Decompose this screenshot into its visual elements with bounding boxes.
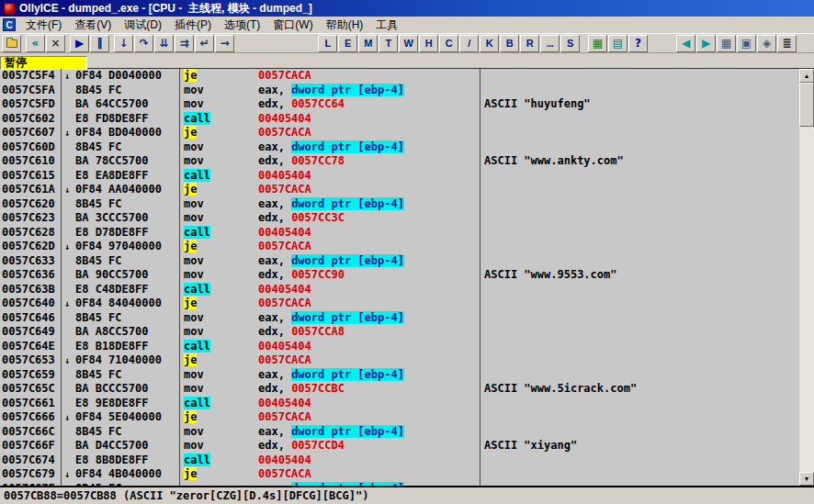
log-list-button[interactable]: ≣ xyxy=(777,35,797,52)
disasm-row[interactable]: 0057C607↓0F84 BD040000je0057CACA xyxy=(0,126,799,140)
disasm-row[interactable]: 0057C610BA 78CC5700movedx, 0057CC78ASCII… xyxy=(0,154,799,169)
animate-into-button[interactable]: ⇊ xyxy=(154,35,174,52)
disasm-row[interactable]: 0057C67F8B45 FCmoveax, dword ptr [ebp-4] xyxy=(0,482,799,487)
disasm-row[interactable]: 0057C5FDBA 64CC5700movedx, 0057CC64ASCII… xyxy=(0,97,799,112)
comment-cell xyxy=(480,126,799,140)
address-cell: 0057C628 xyxy=(0,226,62,241)
run-status-badge: 暂停 xyxy=(0,56,87,70)
disasm-row[interactable]: 0057C674E8 8B8DE8FFcall00405404 xyxy=(0,454,799,468)
view-breakpoints-button[interactable]: B xyxy=(500,35,519,52)
menu-tools[interactable]: 工具 xyxy=(369,17,404,34)
help-button[interactable]: ? xyxy=(628,35,648,52)
disasm-row[interactable]: 0057C5F4↓0F84 D0040000je0057CACA xyxy=(0,69,799,84)
disasm-row[interactable]: 0057C66C8B45 FCmoveax, dword ptr [ebp-4] xyxy=(0,425,799,440)
titlebar[interactable]: OllyICE - dumped_.exe - [CPU - 主线程, 模块 -… xyxy=(0,0,814,17)
view-runtrace-button[interactable]: ... xyxy=(540,35,560,52)
disasm-row[interactable]: 0057C66FBA D4CC5700movedx, 0057CCD4ASCII… xyxy=(0,439,799,454)
step-into-button[interactable]: ↓ xyxy=(114,35,133,52)
run-to-user-button[interactable]: → xyxy=(215,35,234,52)
menu-window[interactable]: 窗口(W) xyxy=(266,17,319,34)
disasm-row[interactable]: 0057C65CBA BCCC5700movedx, 0057CCBCASCII… xyxy=(0,382,799,397)
instruction-cell: movedx, 0057CC3C xyxy=(180,211,480,226)
scroll-track[interactable] xyxy=(799,127,814,472)
bytes-cell: BA 90CC5700 xyxy=(73,268,180,283)
disasm-row[interactable]: 0057C602E8 FD8DE8FFcall00405404 xyxy=(0,112,799,127)
scroll-up-button[interactable]: ▲ xyxy=(799,69,814,83)
disasm-row[interactable]: 0057C653↓0F84 71040000je0057CACA xyxy=(0,353,799,368)
step-over-button[interactable]: ↷ xyxy=(134,35,153,52)
view-references-button[interactable]: R xyxy=(520,35,539,52)
comment-cell xyxy=(480,197,799,212)
disasm-row[interactable]: 0057C615E8 EA8DE8FFcall00405404 xyxy=(0,169,799,184)
view-patches-button[interactable]: / xyxy=(459,35,479,52)
jump-spacer xyxy=(62,368,73,383)
vertical-scrollbar[interactable]: ▲ ▼ xyxy=(799,69,814,486)
disasm-row[interactable]: 0057C661E8 9E8DE8FFcall00405404 xyxy=(0,397,799,411)
view-callstack-button[interactable]: K xyxy=(480,35,499,52)
menu-plugins[interactable]: 插件(P) xyxy=(168,17,218,34)
options-button[interactable]: ▦ xyxy=(588,35,607,52)
mnemonic: call xyxy=(184,112,210,125)
hardware-breakpoints-button[interactable]: ▣ xyxy=(737,35,756,52)
disasm-row[interactable]: 0057C649BA A8CC5700movedx, 0057CCA8 xyxy=(0,325,799,340)
menu-file[interactable]: 文件(F) xyxy=(19,17,68,34)
scroll-thumb[interactable] xyxy=(799,83,814,127)
windows-button[interactable]: ▤ xyxy=(608,35,627,52)
disasm-row[interactable]: 0057C636BA 90CC5700movedx, 0057CC90ASCII… xyxy=(0,268,799,283)
view-log-button[interactable]: L xyxy=(318,35,337,52)
address-cell: 0057C646 xyxy=(0,311,62,326)
menu-help[interactable]: 帮助(H) xyxy=(320,17,370,34)
operand: eax, xyxy=(258,425,291,438)
disasm-row[interactable]: 0057C61A↓0F84 AA040000je0057CACA xyxy=(0,183,799,197)
disasm-row[interactable]: 0057C628E8 D78DE8FFcall00405404 xyxy=(0,226,799,241)
mnemonic: mov xyxy=(184,140,204,153)
disasm-row[interactable]: 0057C63BE8 C48DE8FFcall00405404 xyxy=(0,283,799,297)
back-button[interactable]: ◀ xyxy=(676,35,695,52)
disasm-row[interactable]: 0057C6468B45 FCmoveax, dword ptr [ebp-4] xyxy=(0,311,799,326)
menu-view[interactable]: 查看(V) xyxy=(68,17,118,34)
disasm-row[interactable]: 0057C623BA 3CCC5700movedx, 0057CC3C xyxy=(0,211,799,226)
disasm-row[interactable]: 0057C679↓0F84 4B040000je0057CACA xyxy=(0,467,799,482)
forward-button[interactable]: ▶ xyxy=(696,35,716,52)
scroll-down-button[interactable]: ▼ xyxy=(799,472,814,486)
view-executables-button[interactable]: E xyxy=(338,35,357,52)
disasm-row[interactable]: 0057C666↓0F84 5E040000je0057CACA xyxy=(0,410,799,425)
disasm-row[interactable]: 0057C5FA8B45 FCmoveax, dword ptr [ebp-4] xyxy=(0,84,799,98)
disasm-row[interactable]: 0057C640↓0F84 84040000je0057CACA xyxy=(0,297,799,311)
open-file-button[interactable] xyxy=(2,35,21,52)
animate-over-button[interactable]: ⇉ xyxy=(175,35,194,52)
disasm-row[interactable]: 0057C6598B45 FCmoveax, dword ptr [ebp-4] xyxy=(0,368,799,383)
window-title: OllyICE - dumped_.exe - [CPU - 主线程, 模块 -… xyxy=(19,1,312,17)
operand: 0057CACA xyxy=(258,240,311,252)
disasm-row[interactable]: 0057C6208B45 FCmoveax, dword ptr [ebp-4] xyxy=(0,197,799,212)
pause-button[interactable]: ‖ xyxy=(90,35,109,52)
close-program-button[interactable]: × xyxy=(46,35,65,52)
comment-cell xyxy=(480,425,799,440)
view-memory-button[interactable]: M xyxy=(358,35,378,52)
operand: 0057CACA xyxy=(258,297,311,309)
operand: 0057CACA xyxy=(258,126,311,139)
view-threads-button[interactable]: T xyxy=(379,35,398,52)
instruction-cell: movedx, 0057CC64 xyxy=(180,97,480,112)
bytes-cell: BA A8CC5700 xyxy=(73,325,180,340)
run-to-return-button[interactable]: ↵ xyxy=(195,35,214,52)
run-button[interactable]: ▶ xyxy=(70,35,89,52)
view-windows-button[interactable]: W xyxy=(399,35,418,52)
cpu-window-icon[interactable]: C xyxy=(3,18,16,31)
bytes-cell: 0F84 AA040000 xyxy=(73,183,180,197)
disasm-row[interactable]: 0057C6338B45 FCmoveax, dword ptr [ebp-4] xyxy=(0,254,799,269)
memory-map-button[interactable]: ▦ xyxy=(717,35,736,52)
view-handles-button[interactable]: H xyxy=(419,35,438,52)
menu-options[interactable]: 选项(T) xyxy=(218,17,266,34)
jump-spacer xyxy=(62,454,73,468)
disasm-row[interactable]: 0057C64EE8 B18DE8FFcall00405404 xyxy=(0,340,799,354)
view-cpu-button[interactable]: C xyxy=(439,35,458,52)
disasm-row[interactable]: 0057C62D↓0F84 97040000je0057CACA xyxy=(0,240,799,254)
trace-button[interactable]: ◈ xyxy=(757,35,776,52)
menu-debug[interactable]: 调试(D) xyxy=(118,17,168,34)
disassembly-list[interactable]: 0057C5F4↓0F84 D0040000je0057CACA0057C5FA… xyxy=(0,69,799,486)
disasm-row[interactable]: 0057C60D8B45 FCmoveax, dword ptr [ebp-4] xyxy=(0,140,799,155)
view-source-button[interactable]: S xyxy=(560,35,580,52)
app-icon[interactable] xyxy=(4,3,16,15)
restart-button[interactable]: « xyxy=(26,35,45,52)
